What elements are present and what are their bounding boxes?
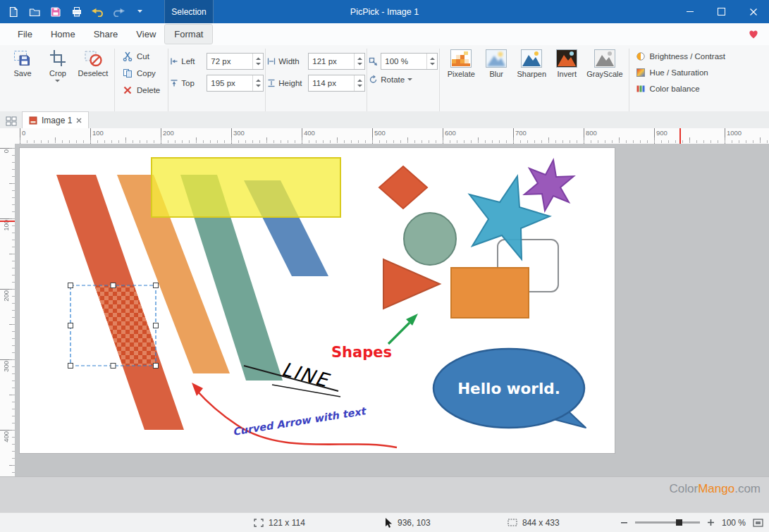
hruler-label: 900 (656, 129, 668, 137)
image-tab-icon (29, 116, 37, 125)
open-file-button[interactable] (28, 6, 40, 18)
yellow-rectangle (152, 158, 340, 217)
tab-close-icon[interactable] (76, 118, 82, 123)
watermark-dotcom: .com (734, 482, 761, 495)
menubar: File Home Share View Format (0, 23, 769, 46)
grayscale-icon (594, 49, 615, 68)
circle-shape (404, 213, 456, 265)
top-edge-icon (170, 79, 178, 87)
window-controls (674, 0, 769, 23)
crop-button[interactable]: Crop (40, 47, 75, 85)
top-input[interactable]: 195 px (207, 75, 264, 92)
hruler-label: 600 (445, 129, 456, 137)
hue-saturation-label: Hue / Saturation (650, 68, 708, 77)
left-spinner[interactable] (252, 54, 263, 69)
menu-view[interactable]: View (127, 25, 165, 44)
height-icon (267, 79, 276, 87)
caret-down-icon (137, 10, 143, 13)
ruler-corner (0, 128, 16, 144)
deselect-icon (84, 49, 102, 67)
quick-access-toolbar (7, 0, 146, 23)
undo-button[interactable] (92, 6, 104, 18)
grayscale-button[interactable]: GrayScale (584, 47, 625, 80)
redo-button[interactable] (113, 6, 125, 18)
quick-access-menu-button[interactable] (134, 6, 146, 18)
spin-down-icon (430, 63, 435, 66)
maximize-button[interactable] (706, 0, 737, 23)
zoom-slider[interactable] (635, 521, 700, 524)
hruler-label: 0 (22, 129, 25, 137)
save-file-button[interactable] (49, 6, 61, 18)
grayscale-label: GrayScale (586, 70, 622, 78)
copy-icon (123, 68, 133, 78)
spin-up-icon (256, 79, 261, 82)
hruler-label: 800 (586, 129, 597, 137)
width-icon (267, 57, 276, 66)
selection-size-icon (254, 519, 264, 527)
hue-saturation-button[interactable]: Hue / Saturation (633, 65, 728, 80)
delete-button[interactable]: Delete (118, 82, 164, 98)
new-file-button[interactable] (7, 6, 19, 18)
spin-down-icon (357, 63, 362, 66)
pixelate-button[interactable]: Pixelate (443, 47, 479, 80)
hruler-label: 100 (92, 129, 104, 137)
left-edge-icon (170, 57, 178, 66)
speech-bubble-text: Hello world. (457, 380, 560, 397)
brightness-icon (636, 51, 646, 61)
sharpen-button[interactable]: Sharpen (514, 47, 549, 80)
menu-format[interactable]: Format (165, 25, 212, 44)
blur-button[interactable]: Blur (479, 47, 514, 80)
curved-arrow-head (192, 383, 203, 396)
hruler-label: 500 (374, 129, 386, 137)
watermark: ColorMango.com (670, 482, 761, 496)
save-button[interactable]: Save (5, 47, 40, 85)
tab-image-1[interactable]: Image 1 (22, 111, 89, 128)
print-button[interactable] (70, 6, 82, 18)
deselect-button[interactable]: Deselect (75, 47, 111, 85)
width-spinner[interactable] (354, 54, 364, 69)
invert-icon (556, 49, 577, 68)
height-input[interactable]: 114 px (308, 75, 365, 92)
minimize-button[interactable] (674, 0, 706, 23)
spin-up-icon (357, 79, 362, 82)
menu-share[interactable]: Share (85, 25, 128, 44)
zoom-out-icon[interactable] (620, 519, 628, 526)
width-input[interactable]: 121 px (308, 53, 365, 70)
fit-window-icon[interactable] (753, 519, 763, 527)
copy-button[interactable]: Copy (118, 66, 164, 81)
scale-spinner[interactable] (426, 54, 437, 69)
menu-file[interactable]: File (8, 25, 42, 44)
zoom-value: 100 % (722, 518, 746, 528)
vruler-label: 200 (2, 290, 10, 302)
pixelate-label: Pixelate (448, 70, 475, 78)
rotate-label: Rotate (381, 75, 405, 84)
top-spinner[interactable] (252, 75, 263, 91)
width-field-row: Width 121 px (267, 53, 365, 70)
ribbon-divider (629, 49, 629, 112)
undo-icon (92, 6, 104, 17)
rotate-button[interactable]: Rotate (369, 75, 438, 84)
height-field-label: Height (278, 79, 305, 87)
ribbon-divider (439, 49, 440, 112)
cut-button[interactable]: Cut (118, 49, 164, 64)
zoom-in-icon[interactable] (707, 519, 715, 526)
close-button[interactable] (737, 0, 769, 23)
image-size-icon (507, 519, 517, 526)
left-input[interactable]: 72 px (207, 53, 264, 70)
window-layout-button[interactable] (6, 116, 17, 126)
width-value: 121 px (312, 57, 337, 66)
brightness-contrast-button[interactable]: Brightness / Contrast (633, 49, 728, 63)
tab-label: Image 1 (42, 116, 72, 125)
zoom-slider-thumb[interactable] (676, 519, 682, 526)
menu-home[interactable]: Home (42, 25, 85, 44)
color-balance-button[interactable]: Color balance (633, 81, 728, 96)
scale-input[interactable]: 100 % (381, 53, 438, 70)
shapes-label: Shapes (331, 344, 392, 361)
image-canvas[interactable]: Shapes LINE Curved Arrow with text Hello… (20, 148, 615, 453)
height-spinner[interactable] (354, 75, 364, 91)
favorite-button[interactable] (748, 29, 759, 39)
color-balance-label: Color balance (650, 85, 700, 93)
invert-button[interactable]: Invert (549, 47, 584, 80)
minimize-icon (687, 11, 694, 12)
context-tab-group: Selection (164, 0, 214, 23)
